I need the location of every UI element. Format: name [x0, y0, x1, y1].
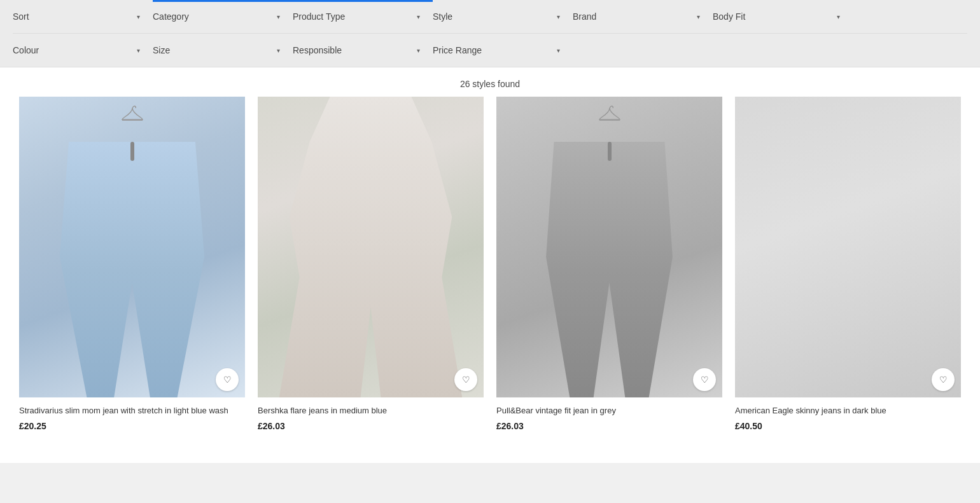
filter-label-style: Style [433, 11, 452, 22]
filter-label-brand: Brand [573, 11, 596, 22]
filter-body-fit[interactable]: Body Fit▾ [713, 0, 853, 33]
filter-row-1: Sort▾Category▾Product Type▾Style▾Brand▾B… [13, 0, 967, 34]
chevron-down-icon: ▾ [277, 47, 280, 54]
product-card: ♡Bershka flare jeans in medium blue£26.0… [251, 97, 490, 444]
filter-label-responsible: Responsible [293, 45, 342, 55]
wishlist-button[interactable]: ♡ [693, 368, 716, 391]
filter-row-2: Colour▾Size▾Responsible▾Price Range▾ [13, 34, 967, 67]
product-name: Stradivarius slim mom jean with stretch … [19, 405, 245, 417]
filter-wrapper-responsible: Responsible▾ [293, 34, 433, 67]
wishlist-button[interactable]: ♡ [216, 368, 239, 391]
results-count-text: 26 styles found [460, 79, 520, 89]
filter-label-category: Category [153, 11, 189, 22]
product-card: ♡Pull&Bear vintage fit jean in grey£26.0… [490, 97, 729, 444]
chevron-down-icon: ▾ [137, 13, 140, 20]
product-name: Bershka flare jeans in medium blue [258, 405, 484, 417]
filter-product-type[interactable]: Product Type▾ [293, 0, 433, 33]
chevron-down-icon: ▾ [837, 13, 840, 20]
filter-label-product-type: Product Type [293, 11, 345, 22]
filter-label-price-range: Price Range [433, 45, 482, 55]
filter-wrapper-product-type: Product Type▾ [293, 0, 433, 33]
filter-price-range[interactable]: Price Range▾ [433, 34, 573, 67]
product-name: American Eagle skinny jeans in dark blue [735, 405, 961, 417]
product-image[interactable]: ♡ [258, 97, 484, 397]
filter-wrapper-category: Category▾ [153, 0, 293, 33]
filter-label-body-fit: Body Fit [713, 11, 745, 22]
product-price: £20.25 [19, 421, 245, 431]
product-price: £26.03 [258, 421, 484, 431]
product-photo: ♡ [496, 97, 722, 397]
product-photo: ♡ [19, 97, 245, 397]
product-photo: ♡ [735, 97, 961, 397]
product-image[interactable]: ♡ [496, 97, 722, 397]
filter-label-sort: Sort [13, 11, 29, 22]
product-card: ♡Stradivarius slim mom jean with stretch… [13, 97, 251, 444]
product-price: £26.03 [496, 421, 722, 431]
filter-label-colour: Colour [13, 45, 39, 55]
filter-wrapper-body-fit: Body Fit▾ [713, 0, 853, 33]
chevron-down-icon: ▾ [277, 13, 280, 20]
product-grid: ♡Stradivarius slim mom jean with stretch… [0, 97, 980, 463]
heart-icon: ♡ [223, 375, 232, 385]
filter-wrapper-colour: Colour▾ [13, 34, 153, 67]
product-card: ♡American Eagle skinny jeans in dark blu… [729, 97, 967, 444]
filter-wrapper-sort: Sort▾ [13, 0, 153, 33]
filter-wrapper-price-range: Price Range▾ [433, 34, 573, 67]
chevron-down-icon: ▾ [137, 47, 140, 54]
filter-wrapper-brand: Brand▾ [573, 0, 713, 33]
chevron-down-icon: ▾ [557, 13, 560, 20]
filter-size[interactable]: Size▾ [153, 34, 293, 67]
results-count: 26 styles found [0, 67, 980, 97]
product-photo: ♡ [258, 97, 484, 397]
filter-label-size: Size [153, 45, 170, 55]
heart-icon: ♡ [701, 375, 709, 385]
filter-style[interactable]: Style▾ [433, 0, 573, 33]
chevron-down-icon: ▾ [417, 47, 420, 54]
filter-brand[interactable]: Brand▾ [573, 0, 713, 33]
chevron-down-icon: ▾ [417, 13, 420, 20]
product-price: £40.50 [735, 421, 961, 431]
product-image[interactable]: ♡ [735, 97, 961, 397]
heart-icon: ♡ [462, 375, 470, 385]
filter-responsible[interactable]: Responsible▾ [293, 34, 433, 67]
chevron-down-icon: ▾ [697, 13, 700, 20]
wishlist-button[interactable]: ♡ [454, 368, 477, 391]
chevron-down-icon: ▾ [557, 47, 560, 54]
filter-bar: Sort▾Category▾Product Type▾Style▾Brand▾B… [0, 0, 980, 67]
filter-colour[interactable]: Colour▾ [13, 34, 153, 67]
product-name: Pull&Bear vintage fit jean in grey [496, 405, 722, 417]
product-image[interactable]: ♡ [19, 97, 245, 397]
filter-category[interactable]: Category▾ [153, 0, 293, 33]
filter-sort[interactable]: Sort▾ [13, 0, 153, 33]
heart-icon: ♡ [939, 375, 948, 385]
filter-wrapper-style: Style▾ [433, 0, 573, 33]
filter-wrapper-size: Size▾ [153, 34, 293, 67]
